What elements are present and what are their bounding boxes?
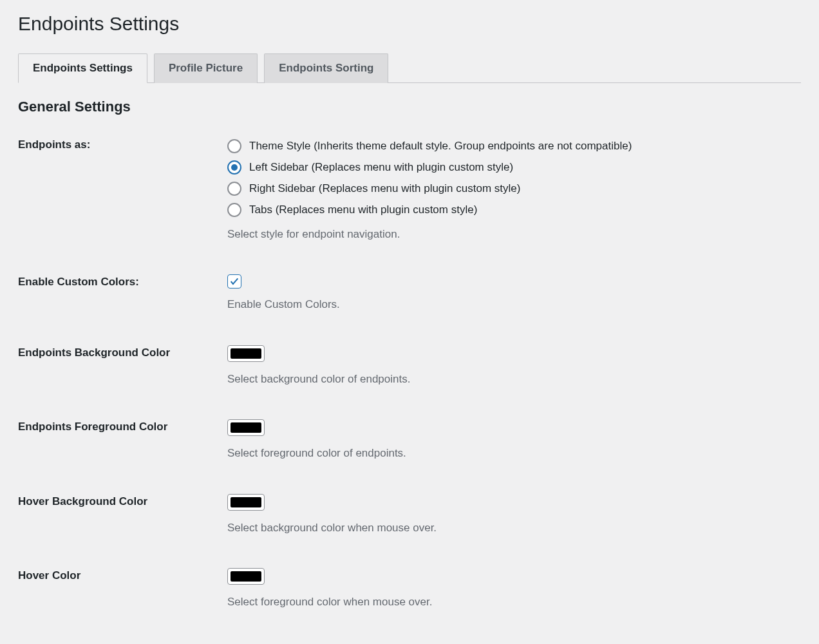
help-hover-color: Select foreground color when mouse over. [227,594,801,611]
color-swatch [231,348,261,359]
label-fg-color: Endpoints Foreground Color [18,419,227,433]
control-enable-custom-colors: Enable Custom Colors. [227,274,801,313]
color-picker-hover-bg[interactable] [227,494,265,511]
checkbox-enable-custom-colors[interactable] [227,274,241,289]
help-bg-color: Select background color of endpoints. [227,371,801,388]
field-hover-color: Hover Color Select foreground color when… [18,568,801,611]
radio-theme-style[interactable] [227,139,241,153]
color-swatch [231,422,261,433]
radio-label: Tabs (Replaces menu with plugin custom s… [249,201,477,220]
field-endpoints-as: Endpoints as: Theme Style (Inherits them… [18,137,801,242]
radio-label: Left Sidebar (Replaces menu with plugin … [249,158,513,177]
tab-profile-picture[interactable]: Profile Picture [154,53,258,83]
label-hover-color: Hover Color [18,568,227,582]
field-enable-custom-colors: Enable Custom Colors: Enable Custom Colo… [18,274,801,313]
tabs-nav: Endpoints Settings Profile Picture Endpo… [18,53,801,83]
control-fg-color: Select foreground color of endpoints. [227,419,801,462]
label-hover-bg-color: Hover Background Color [18,494,227,508]
color-swatch [231,497,261,507]
radio-item-left-sidebar: Left Sidebar (Replaces menu with plugin … [227,158,801,177]
check-icon [229,276,240,287]
control-hover-color: Select foreground color when mouse over. [227,568,801,611]
label-enable-custom-colors: Enable Custom Colors: [18,274,227,289]
radio-left-sidebar[interactable] [227,160,241,175]
tab-endpoints-settings[interactable]: Endpoints Settings [18,53,147,83]
color-swatch [231,571,261,582]
control-bg-color: Select background color of endpoints. [227,345,801,388]
section-title: General Settings [18,99,801,115]
help-hover-bg-color: Select background color when mouse over. [227,520,801,536]
radio-label: Theme Style (Inherits theme default styl… [249,137,632,156]
color-picker-hover[interactable] [227,568,265,585]
label-endpoints-as: Endpoints as: [18,137,227,151]
control-hover-bg-color: Select background color when mouse over. [227,494,801,536]
field-fg-color: Endpoints Foreground Color Select foregr… [18,419,801,462]
control-endpoints-as: Theme Style (Inherits theme default styl… [227,137,801,242]
color-picker-bg[interactable] [227,345,265,362]
radio-label: Right Sidebar (Replaces menu with plugin… [249,180,520,198]
tab-endpoints-sorting[interactable]: Endpoints Sorting [264,53,388,83]
help-fg-color: Select foreground color of endpoints. [227,445,801,462]
radio-tabs[interactable] [227,203,241,217]
radio-right-sidebar[interactable] [227,182,241,196]
color-picker-fg[interactable] [227,419,265,436]
label-bg-color: Endpoints Background Color [18,345,227,359]
radio-item-tabs: Tabs (Replaces menu with plugin custom s… [227,201,801,220]
help-endpoints-as: Select style for endpoint navigation. [227,226,801,243]
radio-item-theme-style: Theme Style (Inherits theme default styl… [227,137,801,156]
field-bg-color: Endpoints Background Color Select backgr… [18,345,801,388]
help-enable-custom-colors: Enable Custom Colors. [227,296,801,313]
field-hover-bg-color: Hover Background Color Select background… [18,494,801,536]
radio-item-right-sidebar: Right Sidebar (Replaces menu with plugin… [227,180,801,198]
page-title: Endpoints Settings [18,13,801,35]
